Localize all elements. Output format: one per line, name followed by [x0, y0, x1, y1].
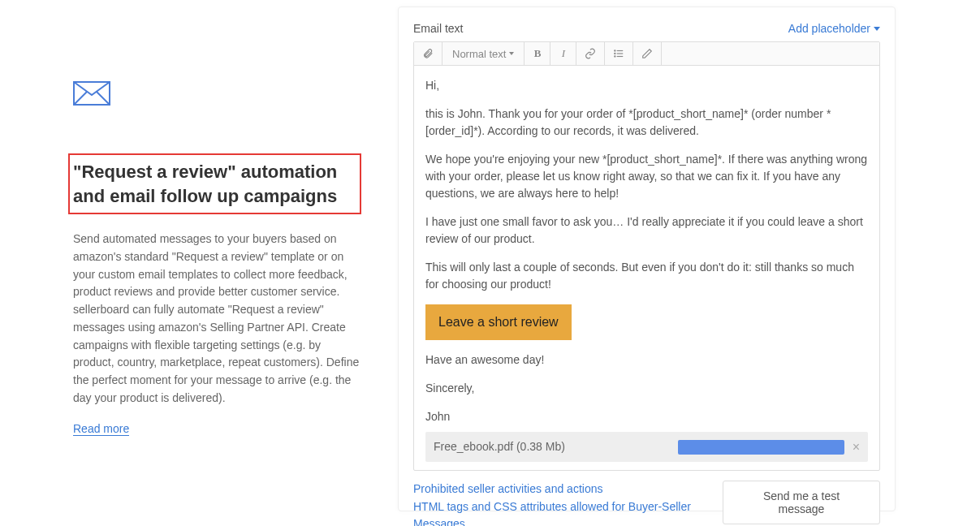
editor-wrapper: Normal text B I [413, 41, 880, 471]
email-paragraph: this is John. Thank you for your order o… [425, 106, 868, 140]
email-paragraph: Sincerely, [425, 380, 868, 397]
edit-button[interactable] [633, 42, 662, 65]
svg-point-5 [615, 53, 615, 54]
email-paragraph: This will only last a couple of seconds.… [425, 259, 868, 293]
read-more-link[interactable]: Read more [73, 422, 129, 436]
mail-icon [73, 81, 361, 109]
chevron-down-icon [509, 52, 514, 55]
attachment-bar: Free_ebook.pdf (0.38 Mb) × [425, 432, 868, 462]
upload-progress-bar [678, 440, 844, 455]
add-placeholder-label: Add placeholder [788, 22, 870, 35]
svg-point-6 [615, 56, 615, 57]
email-paragraph: John [425, 408, 868, 425]
text-style-dropdown[interactable]: Normal text [443, 42, 525, 65]
footer-section: Prohibited seller activities and actions… [413, 481, 880, 526]
caret-down-icon [874, 27, 880, 31]
prohibited-activities-link[interactable]: Prohibited seller activities and actions [413, 481, 723, 498]
footer-links: Prohibited seller activities and actions… [413, 481, 723, 526]
email-paragraph: Have an awesome day! [425, 351, 868, 369]
italic-button[interactable]: I [550, 42, 576, 65]
add-placeholder-dropdown[interactable]: Add placeholder [788, 22, 880, 35]
link-button[interactable] [576, 42, 605, 65]
remove-attachment-button[interactable]: × [853, 441, 860, 454]
list-button[interactable] [605, 42, 633, 65]
leave-review-button[interactable]: Leave a short review [425, 304, 572, 340]
html-tags-link[interactable]: HTML tags and CSS attributes allowed for… [413, 498, 723, 526]
page-heading: "Request a review" automation and email … [68, 153, 361, 214]
email-editor-panel: Email text Add placeholder Normal text B… [398, 6, 896, 511]
editor-toolbar: Normal text B I [414, 42, 879, 66]
send-test-message-button[interactable]: Send me a test message [723, 481, 880, 524]
page-description: Send automated messages to your buyers b… [73, 231, 361, 407]
text-style-label: Normal text [452, 48, 506, 60]
left-panel: "Request a review" automation and email … [0, 0, 398, 526]
email-body-editor[interactable]: Hi, this is John. Thank you for your ord… [414, 66, 879, 470]
email-paragraph: We hope you're enjoying your new *[produ… [425, 151, 868, 202]
attach-button[interactable] [414, 42, 443, 65]
attachment-name: Free_ebook.pdf (0.38 Mb) [434, 438, 670, 455]
email-text-label: Email text [413, 22, 463, 35]
bold-button[interactable]: B [525, 42, 550, 65]
svg-point-4 [615, 50, 615, 51]
email-paragraph: I have just one small favor to ask you… … [425, 213, 868, 248]
email-paragraph: Hi, [425, 77, 868, 94]
editor-header: Email text Add placeholder [413, 22, 880, 35]
